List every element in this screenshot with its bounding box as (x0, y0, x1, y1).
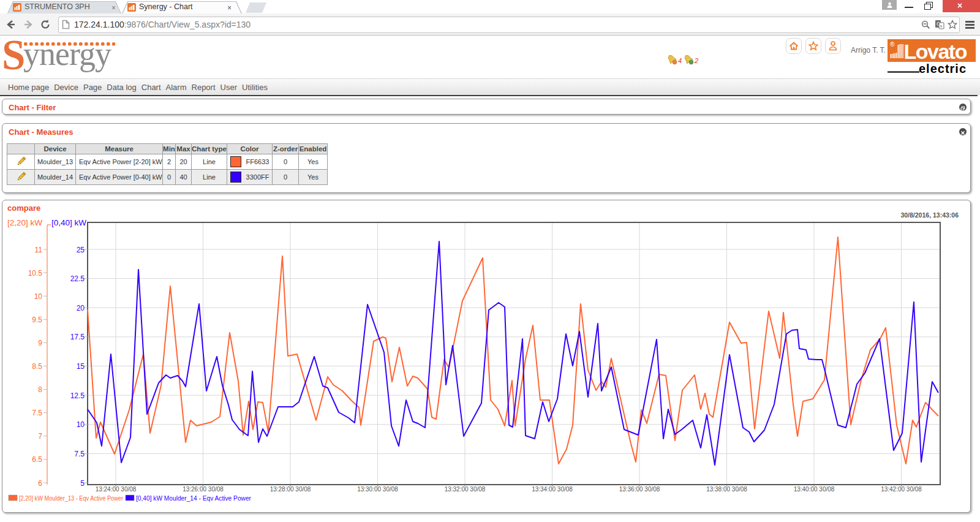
svg-text:5: 5 (80, 479, 85, 488)
svg-text:13:30:00 30/08: 13:30:00 30/08 (357, 486, 398, 493)
svg-text:7.5: 7.5 (74, 450, 85, 458)
svg-text:6.5: 6.5 (32, 455, 42, 464)
svg-text:8.5: 8.5 (32, 362, 42, 371)
svg-text:20: 20 (77, 304, 85, 312)
svg-text:17.5: 17.5 (70, 333, 85, 341)
svg-text:9: 9 (38, 339, 42, 347)
svg-text:13:28:00 30/08: 13:28:00 30/08 (270, 486, 311, 493)
svg-text:10.5: 10.5 (28, 269, 43, 278)
svg-text:[0,40] kW: [0,40] kW (51, 218, 86, 227)
svg-text:30/8/2016, 13:43:06: 30/8/2016, 13:43:06 (900, 211, 959, 219)
svg-text:25: 25 (77, 246, 85, 254)
svg-text:22.5: 22.5 (70, 274, 85, 283)
svg-text:13:36:00 30/08: 13:36:00 30/08 (619, 486, 660, 493)
svg-text:6: 6 (38, 479, 42, 488)
svg-text:13:42:00 30/08: 13:42:00 30/08 (881, 486, 922, 493)
svg-text:10: 10 (34, 292, 43, 301)
svg-text:8: 8 (38, 385, 42, 394)
svg-text:[2,20] kW Moulder_13 - Eqv Act: [2,20] kW Moulder_13 - Eqv Active Power (19, 495, 124, 502)
svg-text:15: 15 (77, 362, 85, 371)
svg-text:13:32:00 30/08: 13:32:00 30/08 (445, 486, 486, 493)
svg-text:7: 7 (38, 432, 42, 441)
svg-text:13:40:00 30/08: 13:40:00 30/08 (794, 486, 835, 493)
svg-text:11: 11 (35, 246, 43, 254)
svg-text:10: 10 (77, 420, 85, 429)
svg-text:13:26:00 30/08: 13:26:00 30/08 (183, 486, 224, 493)
svg-text:13:38:00 30/08: 13:38:00 30/08 (706, 486, 747, 493)
svg-text:®: ® (890, 41, 895, 48)
svg-text:[2,20] kW: [2,20] kW (7, 218, 42, 227)
svg-text:13:34:00 30/08: 13:34:00 30/08 (532, 486, 573, 493)
svg-text:[0,40] kW Moulder_14 - Eqv Act: [0,40] kW Moulder_14 - Eqv Active Power (136, 495, 252, 502)
svg-text:compare: compare (7, 203, 40, 213)
svg-text:13:24:00 30/08: 13:24:00 30/08 (96, 486, 137, 493)
svg-text:x: x (940, 23, 943, 29)
svg-text:12.5: 12.5 (70, 392, 85, 400)
svg-text:Lovato: Lovato (904, 40, 967, 62)
svg-text:9.5: 9.5 (32, 316, 42, 324)
svg-text:7.5: 7.5 (32, 409, 42, 417)
